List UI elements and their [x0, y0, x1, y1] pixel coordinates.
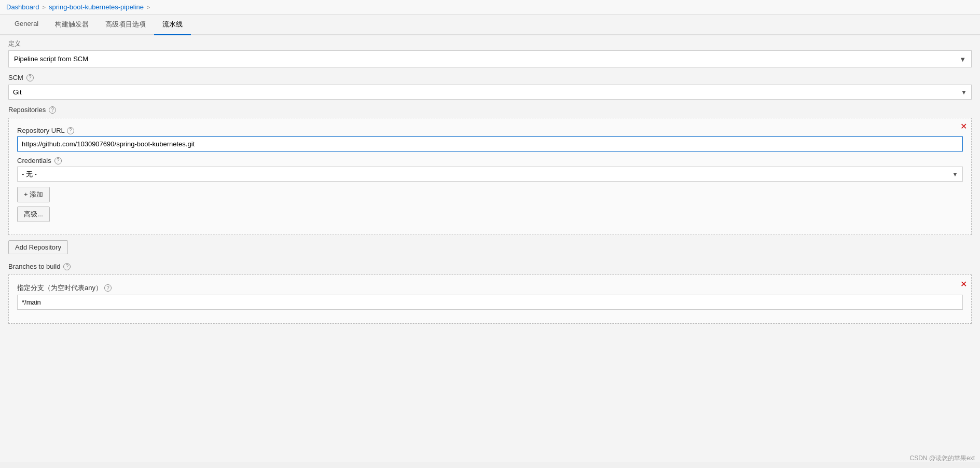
- branch-spec-label-row: 指定分支（为空时代表any） ?: [17, 283, 963, 293]
- scm-select-wrapper[interactable]: Git ▼: [8, 85, 972, 100]
- pipeline-script-dropdown[interactable]: Pipeline script from SCM ▼: [8, 50, 972, 67]
- breadcrumb-sep1: >: [43, 4, 46, 10]
- breadcrumb-project[interactable]: spring-boot-kubernetes-pipeline: [49, 3, 144, 11]
- breadcrumb: Dashboard > spring-boot-kubernetes-pipel…: [0, 0, 980, 15]
- branches-help-icon[interactable]: ?: [63, 263, 71, 270]
- repo-close-button[interactable]: ✕: [960, 122, 967, 131]
- scm-help-icon[interactable]: ?: [26, 74, 34, 81]
- tab-build-trigger[interactable]: 构建触发器: [47, 15, 97, 35]
- credentials-help-icon[interactable]: ?: [54, 157, 62, 164]
- credentials-select-wrapper[interactable]: - 无 - ▼: [17, 167, 963, 182]
- scm-section: SCM ? Git ▼: [8, 74, 972, 100]
- advanced-row: 高级...: [17, 207, 963, 222]
- scm-label: SCM: [8, 74, 23, 81]
- repo-url-label-row: Repository URL ?: [17, 127, 963, 134]
- branches-label: Branches to build: [8, 263, 60, 270]
- watermark: CSDN @读您的苹果ext: [909, 454, 975, 462]
- repositories-label-row: Repositories ?: [8, 106, 972, 114]
- tab-general[interactable]: General: [6, 15, 47, 35]
- branch-spec-input[interactable]: [17, 295, 963, 310]
- branch-spec-label: 指定分支（为空时代表any）: [17, 283, 102, 293]
- tabs-bar: General 构建触发器 高级项目选项 流水线: [0, 15, 980, 35]
- credentials-label-row: Credentials ?: [17, 157, 963, 164]
- add-credential-button[interactable]: + 添加: [17, 187, 50, 202]
- repo-url-help-icon[interactable]: ?: [67, 127, 74, 134]
- repository-box: ✕ Repository URL ? Credentials ? - 无 -: [8, 118, 972, 235]
- pipeline-script-select[interactable]: Pipeline script from SCM: [9, 51, 971, 67]
- tab-advanced[interactable]: 高级项目选项: [97, 15, 154, 35]
- branches-section: Branches to build ? ✕ 指定分支（为空时代表any） ?: [8, 263, 972, 324]
- credentials-label: Credentials: [17, 157, 51, 164]
- credentials-select[interactable]: - 无 -: [18, 167, 962, 181]
- add-credential-row: + 添加: [17, 187, 963, 202]
- advanced-button[interactable]: 高级...: [17, 207, 50, 222]
- repo-url-label: Repository URL: [17, 127, 65, 134]
- branch-close-button[interactable]: ✕: [960, 279, 967, 289]
- breadcrumb-dashboard[interactable]: Dashboard: [6, 3, 39, 11]
- credentials-group: Credentials ? - 无 - ▼: [17, 157, 963, 182]
- breadcrumb-sep2: >: [147, 4, 150, 10]
- scm-select[interactable]: Git: [9, 85, 971, 99]
- add-repository-button[interactable]: Add Repository: [8, 240, 68, 254]
- add-repository-row: Add Repository: [8, 240, 972, 254]
- branches-box: ✕ 指定分支（为空时代表any） ?: [8, 274, 972, 324]
- repo-url-group: Repository URL ?: [17, 127, 963, 152]
- definition-label: 定义: [8, 35, 972, 50]
- branch-spec-group: 指定分支（为空时代表any） ?: [17, 283, 963, 310]
- repo-url-input[interactable]: [17, 136, 963, 152]
- tab-pipeline[interactable]: 流水线: [154, 15, 191, 35]
- page-content: 定义 Pipeline script from SCM ▼ SCM ? Git …: [0, 35, 980, 462]
- branch-spec-help-icon[interactable]: ?: [104, 284, 112, 292]
- repositories-label: Repositories: [8, 106, 46, 114]
- scm-label-row: SCM ?: [8, 74, 972, 81]
- repositories-section: Repositories ? ✕ Repository URL ? Creden…: [8, 106, 972, 235]
- branches-label-row: Branches to build ?: [8, 263, 972, 270]
- repositories-help-icon[interactable]: ?: [49, 106, 56, 114]
